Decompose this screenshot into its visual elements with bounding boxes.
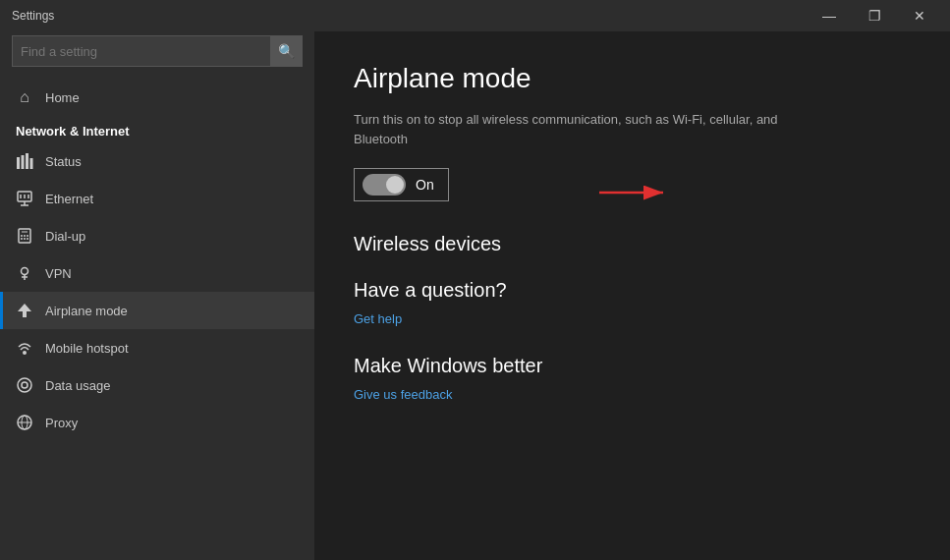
toggle-knob bbox=[386, 176, 404, 194]
sidebar-item-mobile-hotspot[interactable]: Mobile hotspot bbox=[0, 329, 314, 366]
airplane-mode-toggle-container[interactable]: On bbox=[354, 168, 449, 201]
svg-rect-3 bbox=[30, 158, 33, 169]
close-button[interactable]: ✕ bbox=[897, 0, 942, 31]
sidebar: 🔍 ⌂ Home Network & Internet Status bbox=[0, 31, 314, 560]
sidebar-item-label: Ethernet bbox=[45, 192, 93, 206]
svg-point-23 bbox=[22, 382, 28, 388]
get-help-link[interactable]: Get help bbox=[354, 311, 402, 326]
sidebar-item-label: Data usage bbox=[45, 378, 111, 393]
ethernet-icon bbox=[16, 190, 33, 207]
svg-rect-2 bbox=[26, 153, 28, 169]
sidebar-item-label: Airplane mode bbox=[45, 304, 128, 318]
sidebar-item-label: VPN bbox=[45, 266, 72, 281]
proxy-icon bbox=[16, 414, 33, 431]
svg-point-17 bbox=[27, 238, 28, 240]
app-body: 🔍 ⌂ Home Network & Internet Status bbox=[0, 31, 950, 560]
sidebar-item-data-usage[interactable]: Data usage bbox=[0, 366, 314, 404]
sidebar-item-proxy[interactable]: Proxy bbox=[0, 404, 314, 441]
svg-point-12 bbox=[21, 235, 23, 237]
sidebar-item-vpn[interactable]: VPN bbox=[0, 254, 314, 292]
question-title: Have a question? bbox=[354, 279, 911, 302]
svg-point-21 bbox=[23, 351, 27, 355]
sidebar-item-label: Home bbox=[45, 90, 80, 105]
give-feedback-link[interactable]: Give us feedback bbox=[354, 387, 452, 402]
question-section: Have a question? Get help bbox=[354, 279, 911, 327]
sidebar-item-home[interactable]: ⌂ Home bbox=[0, 79, 314, 116]
sidebar-item-dialup[interactable]: Dial-up bbox=[0, 217, 314, 254]
search-box[interactable]: 🔍 bbox=[12, 35, 303, 67]
minimize-button[interactable]: — bbox=[807, 0, 852, 31]
page-title: Airplane mode bbox=[354, 63, 911, 94]
vpn-icon bbox=[16, 264, 33, 282]
title-bar: Settings — ❐ ✕ bbox=[0, 0, 950, 31]
arrow-annotation bbox=[599, 181, 698, 220]
sidebar-item-ethernet[interactable]: Ethernet bbox=[0, 180, 314, 217]
app-title: Settings bbox=[12, 9, 54, 23]
dialup-icon bbox=[16, 227, 33, 245]
status-icon bbox=[16, 152, 33, 170]
sidebar-item-label: Status bbox=[45, 154, 82, 169]
svg-rect-1 bbox=[22, 155, 25, 169]
toggle-label: On bbox=[416, 177, 434, 193]
sidebar-item-label: Dial-up bbox=[45, 229, 85, 244]
airplane-icon bbox=[16, 302, 33, 319]
feedback-title: Make Windows better bbox=[354, 355, 911, 377]
svg-point-18 bbox=[22, 268, 28, 275]
window-controls: — ❐ ✕ bbox=[807, 0, 942, 31]
maximize-button[interactable]: ❐ bbox=[852, 0, 897, 31]
svg-point-14 bbox=[27, 235, 28, 237]
svg-point-13 bbox=[24, 235, 26, 237]
sidebar-item-airplane-mode[interactable]: Airplane mode bbox=[0, 292, 314, 329]
home-icon: ⌂ bbox=[16, 88, 33, 106]
sidebar-item-label: Proxy bbox=[45, 416, 78, 430]
sidebar-section-label: Network & Internet bbox=[0, 116, 314, 142]
sidebar-item-label: Mobile hotspot bbox=[45, 341, 129, 356]
wireless-devices-title: Wireless devices bbox=[354, 233, 911, 255]
search-button[interactable]: 🔍 bbox=[270, 35, 302, 67]
data-usage-icon bbox=[16, 376, 33, 394]
sidebar-item-status[interactable]: Status bbox=[0, 142, 314, 180]
main-content: Airplane mode Turn this on to stop all w… bbox=[314, 31, 950, 560]
page-description: Turn this on to stop all wireless commun… bbox=[354, 110, 786, 148]
svg-point-16 bbox=[24, 238, 26, 240]
svg-rect-0 bbox=[17, 157, 20, 169]
hotspot-icon bbox=[16, 339, 33, 357]
svg-point-22 bbox=[18, 378, 31, 392]
svg-point-15 bbox=[21, 238, 23, 240]
airplane-mode-toggle[interactable] bbox=[363, 174, 406, 196]
feedback-section: Make Windows better Give us feedback bbox=[354, 355, 911, 403]
search-input[interactable] bbox=[13, 44, 270, 59]
